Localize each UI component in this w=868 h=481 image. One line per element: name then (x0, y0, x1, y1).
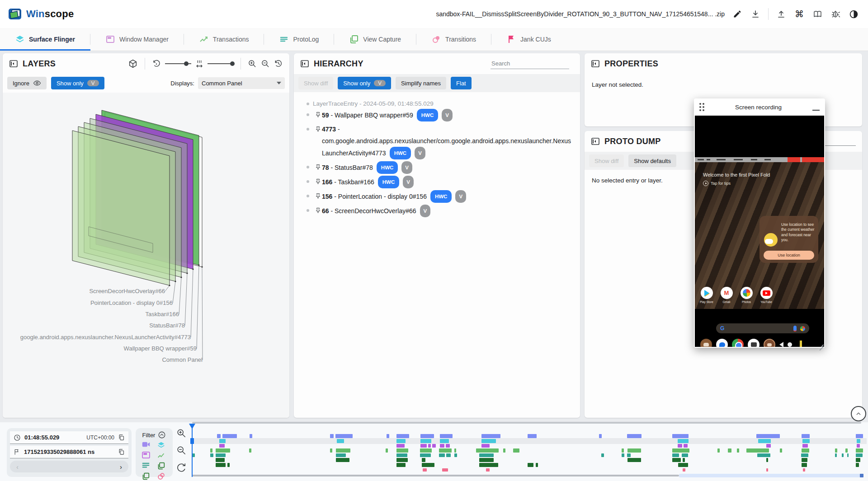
trace-event-protolog[interactable] (682, 453, 688, 457)
panel-collapse-icon[interactable] (591, 137, 600, 146)
proto-show-diff-button[interactable]: Show diff (589, 154, 624, 167)
trace-event-transactions[interactable] (210, 448, 212, 453)
documentation-icon[interactable] (809, 6, 826, 22)
trace-event-transactions[interactable] (420, 448, 432, 453)
trace-event-window-manager[interactable] (440, 444, 444, 448)
trace-event-surface-flinger[interactable] (678, 439, 689, 443)
3d-view-icon[interactable] (128, 59, 138, 69)
trace-event-screen-recording[interactable] (440, 434, 453, 438)
hierarchy-search-input[interactable] (491, 58, 569, 69)
trace-event-transitions[interactable] (803, 468, 805, 472)
trace-event-screen-recording[interactable] (396, 434, 409, 438)
playhead[interactable] (192, 425, 193, 477)
trace-event-protolog[interactable] (216, 453, 226, 457)
trace-event-protolog[interactable] (439, 453, 445, 457)
trace-event-protolog[interactable] (454, 453, 457, 457)
trace-event-protolog[interactable] (396, 453, 407, 457)
expand-timeline-button[interactable] (851, 406, 866, 421)
trace-event-view-capture-a[interactable] (683, 458, 685, 462)
minimize-icon[interactable] (812, 103, 820, 111)
trace-event-view-capture-a[interactable] (479, 458, 494, 462)
dark-mode-icon[interactable] (845, 6, 862, 22)
trace-event-view-capture-b[interactable] (227, 463, 230, 467)
trace-event-screen-recording[interactable] (756, 434, 780, 438)
trace-event-view-capture-a[interactable] (216, 458, 225, 462)
trace-event-window-manager[interactable] (446, 444, 450, 448)
trace-event-view-capture-a[interactable] (802, 458, 807, 462)
trace-event-view-capture-b[interactable] (216, 463, 226, 467)
trace-event-transactions[interactable] (728, 448, 731, 453)
layer-label[interactable]: Common Panel (162, 356, 203, 363)
trace-event-screen-recording[interactable] (627, 434, 642, 438)
report-bug-icon[interactable] (827, 6, 844, 22)
trace-event-protolog[interactable] (835, 453, 837, 457)
window-manager-trace-icon[interactable] (142, 452, 150, 458)
tree-node[interactable]: 59 - Wallpaper BBQ wrapper#59HWCV (294, 109, 572, 121)
surface-flinger-trace-icon[interactable] (157, 441, 165, 449)
collapse-filter-icon[interactable] (158, 431, 166, 439)
tree-root-entry[interactable]: LayerTraceEntry - 2024-05-09, 01:48:55.0… (294, 100, 572, 107)
copy-icon[interactable] (118, 434, 125, 441)
transitions-trace-icon[interactable] (157, 472, 165, 480)
layers-show-only-button[interactable]: Show onlyV (51, 77, 104, 89)
tree-node[interactable]: 66 - ScreenDecorHwcOverlay#66V (294, 205, 572, 217)
trace-event-transactions[interactable] (330, 448, 332, 453)
trace-event-screen-recording[interactable] (856, 434, 863, 438)
trace-event-view-capture-b[interactable] (479, 463, 498, 467)
trace-event-view-capture-b[interactable] (422, 463, 434, 467)
trace-event-screen-recording[interactable] (481, 434, 500, 438)
panel-collapse-icon[interactable] (9, 59, 18, 68)
timeline-zoom-range[interactable] (679, 474, 861, 477)
trace-event-protolog[interactable] (336, 453, 346, 457)
trace-event-transactions[interactable] (835, 448, 837, 453)
screen-recording-trace-icon[interactable] (142, 441, 150, 448)
trace-event-window-manager[interactable] (481, 444, 490, 448)
screen-recording-window[interactable]: Screen recording Welcome to the first Pi… (694, 98, 825, 348)
trace-event-surface-flinger[interactable] (857, 439, 860, 443)
trace-event-transactions[interactable] (503, 448, 505, 453)
playhead-marker[interactable] (189, 424, 195, 429)
pin-icon[interactable] (315, 164, 321, 170)
trace-event-transitions[interactable] (423, 468, 427, 472)
trace-event-view-capture-b[interactable] (678, 463, 688, 467)
trace-event-surface-flinger[interactable] (481, 439, 496, 443)
screen-recording-titlebar[interactable]: Screen recording (694, 98, 825, 116)
trace-event-transactions[interactable] (336, 448, 350, 453)
trace-event-protolog[interactable] (210, 453, 213, 457)
trace-event-window-manager[interactable] (428, 444, 431, 448)
pin-icon[interactable] (315, 112, 321, 118)
trace-event-screen-recording[interactable] (672, 434, 689, 438)
tree-node[interactable]: 78 - StatusBar#78HWCV (294, 161, 572, 174)
trace-event-transactions[interactable] (780, 448, 782, 453)
trace-event-window-manager[interactable] (684, 444, 688, 448)
trace-event-window-manager[interactable] (219, 444, 225, 448)
trace-event-surface-flinger[interactable] (337, 439, 344, 443)
trace-event-view-capture-b[interactable] (802, 463, 807, 467)
trace-event-window-manager[interactable] (766, 444, 771, 448)
trace-event-transactions[interactable] (249, 448, 251, 453)
trace-event-transactions[interactable] (802, 448, 809, 453)
tab-surface-flinger[interactable]: Surface Flinger (0, 28, 90, 51)
trace-event-surface-flinger[interactable] (802, 439, 810, 443)
trace-event-screen-recording[interactable] (528, 434, 537, 438)
ignore-button[interactable]: Ignore (7, 77, 47, 89)
layers-3d-canvas[interactable]: ScreenDecorHwcOverlay#66PointerLocation … (3, 93, 289, 418)
spacing-slider[interactable] (208, 63, 234, 64)
trace-event-window-manager[interactable] (802, 444, 808, 448)
layer-label[interactable]: Wallpaper BBQ wrapper#59 (124, 345, 197, 352)
layer-label[interactable]: Taskbar#166 (146, 311, 179, 318)
pin-icon[interactable] (315, 193, 321, 199)
trace-event-transactions[interactable] (746, 448, 769, 453)
timeline-zoom-reset-icon[interactable] (176, 462, 186, 472)
trace-event-transitions[interactable] (486, 468, 490, 472)
tab-transactions[interactable]: Transactions (184, 28, 264, 51)
displays-select[interactable]: Common Panel (198, 77, 285, 89)
trace-event-surface-flinger[interactable] (396, 439, 406, 443)
trace-event-transitions[interactable] (683, 468, 685, 472)
prev-frame-button[interactable]: ‹ (16, 463, 19, 471)
trace-event-view-capture-b[interactable] (536, 463, 538, 467)
tree-node[interactable]: 166 - Taskbar#166HWCV (294, 176, 572, 188)
drag-handle-icon[interactable] (699, 103, 704, 111)
trace-event-protolog[interactable] (856, 453, 863, 457)
copy-icon[interactable] (118, 448, 125, 455)
